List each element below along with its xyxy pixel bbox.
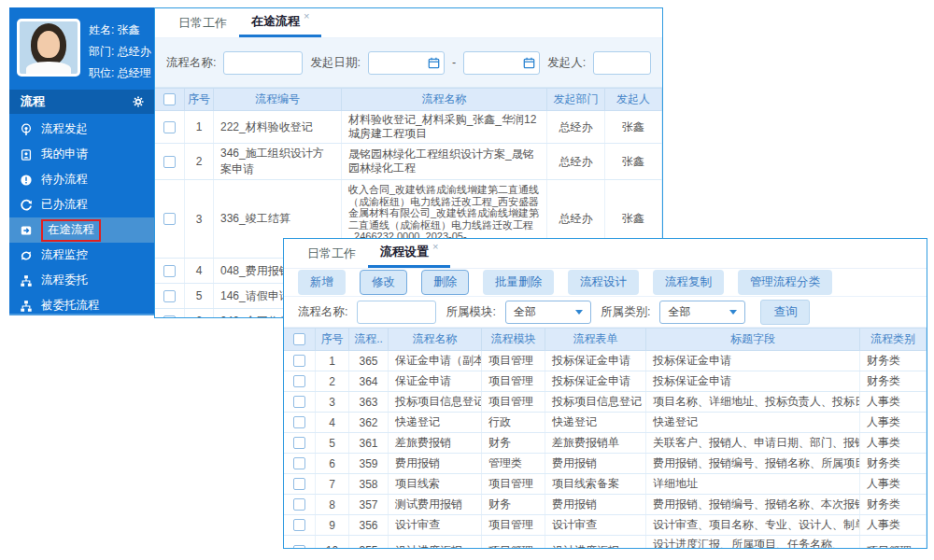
row-checkbox[interactable] xyxy=(293,478,305,490)
panel1-tab-daily-work[interactable]: 日常工作 xyxy=(166,8,239,37)
cell-code: 357 xyxy=(349,495,389,514)
category-select-value: 全部 xyxy=(668,304,690,320)
tab-label: 日常工作 xyxy=(178,15,227,32)
process-settings-table: 序号流程..流程名称流程模块流程表单标题字段流程类别 1365保证金申请（副本）… xyxy=(284,328,927,549)
search-button[interactable]: 查询 xyxy=(760,300,810,325)
cell-person: 张鑫 xyxy=(605,144,662,179)
category-select[interactable]: 全部 xyxy=(659,301,745,324)
cell-category: 项目管理 xyxy=(860,536,927,549)
table-row: 2346_施工组织设计方案申请晟铭园林绿化工程组织设计方案_晟铭园林绿化工程总经… xyxy=(155,144,662,180)
sidebar-item-label: 我的申请 xyxy=(41,147,88,162)
cell-code: 363 xyxy=(349,392,389,412)
cell-title: 详细地址 xyxy=(646,474,860,494)
batch-delete-button[interactable]: 批量删除 xyxy=(483,270,554,295)
row-checkbox[interactable] xyxy=(293,498,305,511)
row-checkbox[interactable] xyxy=(293,437,305,449)
row-checkbox[interactable] xyxy=(163,121,176,133)
orgtree-icon xyxy=(20,274,33,287)
select-all-checkbox[interactable] xyxy=(163,93,176,105)
process-name-input[interactable] xyxy=(223,51,303,75)
cell-title: 投标保证金申请 xyxy=(646,351,860,371)
row-checkbox[interactable] xyxy=(163,213,176,225)
sidebar-item-my-applications[interactable]: 我的申请 xyxy=(9,142,154,167)
cell-code: 356 xyxy=(349,515,389,535)
process-copy-button[interactable]: 流程复制 xyxy=(653,270,724,295)
calendar-icon[interactable] xyxy=(523,57,535,69)
initiator-input[interactable] xyxy=(593,51,651,75)
select-all-checkbox[interactable] xyxy=(293,333,305,345)
row-checkbox-cell xyxy=(284,371,316,391)
cell-title: 设计进度汇报、所属项目、任务名称、任务编号、设计人、汇报人、汇报日期 xyxy=(646,536,860,549)
row-checkbox[interactable] xyxy=(293,355,305,367)
cell-form: 投标项目信息登记 xyxy=(545,392,646,412)
process-name-label: 流程名称: xyxy=(298,304,347,320)
cell-no: 10 xyxy=(316,536,349,549)
sidebar-item-process-monitor[interactable]: 流程监控 xyxy=(9,243,154,268)
panel2-toolbar: 新增修改删除批量删除流程设计流程复制管理流程分类 xyxy=(284,269,927,297)
edit-button[interactable]: 修改 xyxy=(360,270,407,295)
row-checkbox[interactable] xyxy=(163,156,176,168)
cell-form: 差旅费报销单 xyxy=(545,433,646,453)
profile-lines: 姓名: 张鑫 部门: 总经办 职位: 总经理 xyxy=(89,19,151,90)
gear-icon[interactable] xyxy=(132,95,145,108)
cell-code: 355 xyxy=(349,536,389,549)
cell-no: 1 xyxy=(185,111,214,143)
panel2-tab-process-settings[interactable]: 流程设置× xyxy=(368,239,450,268)
table-row: 10355设计进度汇报项目管理设计进度汇报设计进度汇报、所属项目、任务名称、任务… xyxy=(284,536,927,549)
panel2-tab-daily-work[interactable]: 日常工作 xyxy=(295,239,368,268)
row-checkbox[interactable] xyxy=(163,290,176,302)
row-checkbox[interactable] xyxy=(293,396,305,408)
tab-close-icon[interactable]: × xyxy=(304,10,309,21)
cell-no: 2 xyxy=(316,371,349,391)
profile-department: 部门: 总经办 xyxy=(89,41,151,63)
cell-title: 关联客户、报销人、申请日期、部门、报销合计 xyxy=(646,433,860,453)
sidebar-item-process-start[interactable]: 流程发起 xyxy=(9,117,154,142)
process-design-button[interactable]: 流程设计 xyxy=(568,270,639,295)
column-header: 流程.. xyxy=(349,329,389,350)
module-select[interactable]: 全部 xyxy=(505,301,591,324)
tab-close-icon[interactable]: × xyxy=(432,241,438,252)
cell-no: 3 xyxy=(185,180,214,258)
row-checkbox[interactable] xyxy=(293,457,305,469)
panel2-table-body: 1365保证金申请（副本）项目管理投标保证金申请投标保证金申请财务类2364保证… xyxy=(284,351,927,549)
row-checkbox[interactable] xyxy=(293,545,305,550)
cell-form: 设计进度汇报 xyxy=(545,536,646,549)
sidebar-item-label: 在途流程 xyxy=(41,219,101,242)
sidebar-item-in-transit-processes[interactable]: 在途流程 xyxy=(9,217,154,243)
sidebar-item-done-processes[interactable]: 已办流程 xyxy=(9,192,154,217)
column-header: 流程名称 xyxy=(342,89,547,110)
row-checkbox[interactable] xyxy=(293,375,305,387)
tab-label: 流程设置 xyxy=(380,244,429,260)
cell-no: 8 xyxy=(316,495,349,514)
idcard-icon xyxy=(20,148,33,161)
table-row: 9356设计审查项目管理设计审查设计审查、项目名称、专业、设计人、制单日期人事类 xyxy=(284,515,927,536)
row-checkbox-cell xyxy=(155,144,185,179)
row-checkbox[interactable] xyxy=(163,265,176,277)
panel1-tab-in-transit[interactable]: 在途流程× xyxy=(239,8,321,37)
module-select-value: 全部 xyxy=(514,304,536,320)
row-checkbox-cell xyxy=(284,392,316,412)
cell-no: 4 xyxy=(316,413,349,432)
cell-code: 364 xyxy=(349,371,389,391)
cell-name: 保证金申请（副本） xyxy=(389,351,482,371)
calendar-icon[interactable] xyxy=(428,57,440,69)
sidebar-item-label: 流程委托 xyxy=(41,273,88,288)
sidebar-item-todo-processes[interactable]: 待办流程 xyxy=(9,167,154,192)
table-row: 1222_材料验收登记材料验收登记_材料采购_张鑫_华润12城房建工程项目总经办… xyxy=(155,111,662,144)
sidebar-item-delegated-processes[interactable]: 被委托流程 xyxy=(9,293,154,318)
panel1-filter-bar: 流程名称: 发起日期: - 发起人: xyxy=(155,38,662,88)
exclaim-icon xyxy=(20,174,33,187)
row-checkbox[interactable] xyxy=(293,416,305,428)
add-button[interactable]: 新增 xyxy=(298,270,346,295)
row-checkbox[interactable] xyxy=(163,315,176,319)
row-checkbox[interactable] xyxy=(293,519,305,531)
column-header: 流程编号 xyxy=(214,89,342,110)
cell-module: 项目管理 xyxy=(482,371,545,391)
cell-name: 材料验收登记_材料采购_张鑫_华润12城房建工程项目 xyxy=(342,111,547,143)
sidebar-item-label: 已办流程 xyxy=(41,197,88,213)
manage-process-categories-button[interactable]: 管理流程分类 xyxy=(738,270,832,295)
delete-button[interactable]: 删除 xyxy=(421,270,469,295)
row-checkbox-cell xyxy=(284,536,316,549)
sidebar-item-process-delegation[interactable]: 流程委托 xyxy=(9,268,154,293)
process-name-input[interactable] xyxy=(357,301,436,324)
